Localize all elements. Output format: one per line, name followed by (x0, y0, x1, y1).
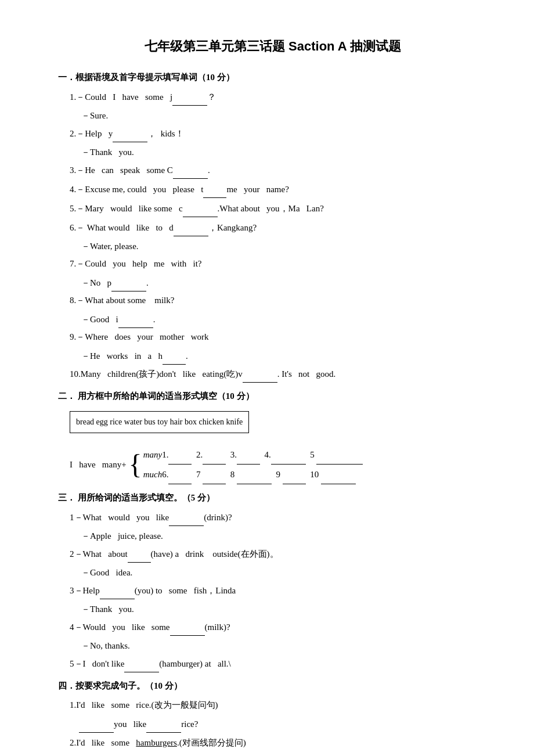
page-title: 七年级第三单元第三话题 Saction A 抽测试题 (58, 35, 488, 58)
blank-s3-2 (128, 545, 151, 563)
blank-4 (203, 180, 226, 198)
q8-sub: －Good i . (81, 310, 488, 328)
s3-q4: 4－Would you like some (milk)? (70, 618, 488, 636)
blank-s3-1 (169, 508, 204, 526)
section2: 二． 用方框中所给的单词的适当形式填空（10 分） bread egg rice… (58, 388, 488, 484)
blank-7 (111, 273, 146, 291)
section3: 三． 用所给词的适当形式填空。（5 分） 1－What would you li… (58, 490, 488, 672)
i-have-many: I have many+ (70, 456, 127, 473)
q2: 2.－Help y ， kids！ (70, 124, 488, 142)
s3-q2: 2－What about (have) a drink outside(在外面)… (70, 545, 488, 563)
blank-s3-3 (100, 581, 135, 599)
q2-sub: －Thank you. (81, 143, 488, 161)
s3-q5: 5－I don't like (hamburger) at all.\ (70, 654, 488, 672)
s3-q3: 3－Help (you) to some fish，Linda (70, 581, 488, 599)
s4-q2-blank: you ？ (79, 753, 488, 756)
q7-sub: －No p . (81, 273, 488, 291)
q4: 4.－Excuse me, could you please t me your… (70, 180, 488, 198)
q8: 8.－What about some milk? (70, 291, 488, 309)
q10: 10.Many children(孩子)don't like eating(吃)… (70, 365, 488, 383)
blank-8 (118, 310, 153, 328)
section2-header: 二． 用方框中所给的单词的适当形式填空（10 分） (58, 388, 488, 404)
s4-q2-original: 2.I'd like some hamburgers.(对画线部分提问) (70, 734, 488, 751)
q6: 6.－ What would like to d ，Kangkang? (70, 218, 488, 236)
blank-10 (243, 365, 277, 383)
section1: 一．根据语境及首字母提示填写单词（10 分） 1.－Could I have s… (58, 70, 488, 383)
many-row: many1. 2. 3. 4. 5 (143, 445, 363, 465)
blank-6 (174, 218, 208, 236)
blank-9 (163, 347, 186, 365)
s3-q4-sub: －No, thanks. (81, 637, 488, 654)
s3-q3-sub: －Thank you. (81, 600, 488, 618)
q6-sub: －Water, please. (81, 237, 488, 255)
section4-header: 四．按要求完成句子。（10 分） (58, 678, 488, 694)
q9-sub: －He works in a h . (81, 347, 488, 365)
section4: 四．按要求完成句子。（10 分） 1.I'd like some rice.(改… (58, 678, 488, 756)
s3-q2-sub: －Good idea. (81, 564, 488, 581)
blank-2 (113, 124, 147, 142)
s4-q1-blank: you like rice? (79, 715, 488, 733)
s3-q1: 1－What would you like (drink)? (70, 508, 488, 526)
q3: 3.－He can speak some C . (70, 161, 488, 179)
blank-s3-4 (170, 618, 205, 636)
section3-header: 三． 用所给词的适当形式填空。（5 分） (58, 490, 488, 506)
s3-q1-sub: －Apple juice, please. (81, 527, 488, 545)
blank-1 (172, 88, 207, 106)
q1: 1.－Could I have some j ？ (70, 88, 488, 106)
s4-q1-original: 1.I'd like some rice.(改为一般疑问句) (70, 696, 488, 714)
blank-5 (183, 199, 218, 217)
q9: 9.－Where does your mother work (70, 328, 488, 345)
much-row: much6. 7 8 9 10 (143, 465, 363, 484)
q1-sub: －Sure. (81, 107, 488, 124)
q7: 7.－Could you help me with it? (70, 255, 488, 272)
section1-header: 一．根据语境及首字母提示填写单词（10 分） (58, 70, 488, 85)
word-box: bread egg rice water bus toy hair box ch… (70, 411, 249, 433)
blank-3 (173, 161, 208, 179)
blank-s3-5 (124, 654, 159, 672)
q5: 5.－Mary would like some c .What about yo… (70, 199, 488, 217)
